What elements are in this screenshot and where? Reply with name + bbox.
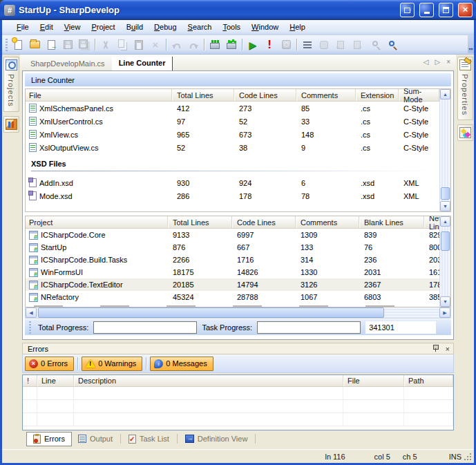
tab-task-list[interactable]: Task List: [123, 433, 175, 446]
column-header-comments[interactable]: Comments: [296, 216, 359, 228]
column-header-file[interactable]: File: [343, 375, 404, 386]
table-row[interactable]: ICSharpCode.Build.Tasks 2266 1716 314 23…: [26, 254, 439, 266]
table-row[interactable]: WinFormsUI 18175 14826 1330 2031 16144: [26, 266, 439, 278]
run-without-debugger-button[interactable]: [261, 37, 278, 53]
menu-file[interactable]: File: [11, 21, 35, 34]
build-button[interactable]: [207, 37, 223, 53]
column-header-code-lines[interactable]: Code Lines: [232, 216, 296, 228]
tab-close-icon[interactable]: ×: [446, 58, 450, 66]
tab-scroll-right-icon[interactable]: ▷: [435, 58, 440, 66]
table-row[interactable]: ICSharpCode.TextEditor 20185 14794 3126 …: [26, 278, 439, 291]
open-document-button[interactable]: [43, 37, 59, 53]
column-header-project[interactable]: Project: [26, 216, 168, 228]
sidebar-item-properties[interactable]: Properties: [457, 57, 473, 120]
run-button[interactable]: [245, 37, 261, 53]
scrollbar-thumb[interactable]: [38, 307, 384, 318]
table-row[interactable]: XmlUserControl.cs 97 52 33 .cs C-Style: [26, 115, 439, 128]
prev-bookmark-button[interactable]: [332, 37, 349, 53]
menu-tools[interactable]: Tools: [217, 21, 246, 34]
column-header-extension[interactable]: Extension: [356, 89, 399, 101]
build-all-button[interactable]: [223, 37, 240, 53]
delete-button[interactable]: [147, 37, 164, 53]
table-row[interactable]: AddIn.xsd 930 924 6 .xsd XML: [26, 176, 439, 189]
scroll-up-icon[interactable]: ▲: [440, 89, 450, 99]
scroll-right-icon[interactable]: ▶: [439, 307, 450, 318]
table-row[interactable]: StartUp 876 667 133 76 800: [26, 241, 439, 254]
column-header-line[interactable]: Line: [37, 375, 74, 386]
menu-debug[interactable]: Debug: [149, 21, 182, 34]
column-header-total-lines[interactable]: Total Lines: [168, 216, 232, 228]
maximize-button[interactable]: [439, 3, 453, 17]
warnings-filter-button[interactable]: 0 Warnings: [82, 357, 142, 371]
column-header-total-lines[interactable]: Total Lines: [172, 89, 234, 101]
copy-button[interactable]: [114, 37, 131, 53]
open-file-button[interactable]: [26, 37, 43, 53]
menu-window[interactable]: Window: [246, 21, 284, 34]
save-button[interactable]: [59, 37, 76, 53]
scroll-left-icon[interactable]: ◀: [26, 307, 37, 318]
table-row[interactable]: XmlView.cs 965 673 148 .cs C-Style: [26, 128, 439, 141]
messages-filter-button[interactable]: 0 Messages: [150, 357, 213, 371]
sidebar-item-toolbox[interactable]: [457, 124, 473, 141]
scroll-up-icon[interactable]: ▲: [440, 216, 450, 227]
tab-output[interactable]: Output: [73, 433, 118, 445]
panel-button[interactable]: [316, 37, 332, 53]
new-file-button[interactable]: [10, 37, 26, 53]
file-table-scrollbar[interactable]: ▲ ▼: [439, 89, 450, 211]
sidebar-item-tools[interactable]: [3, 116, 19, 133]
toggle-window-button[interactable]: [400, 3, 415, 17]
sidebar-item-projects[interactable]: Projects: [3, 57, 19, 112]
resize-grip[interactable]: [464, 453, 472, 461]
column-header-severity[interactable]: !: [23, 375, 37, 386]
info-icon: [154, 359, 163, 368]
tab-sharpdevelopmain[interactable]: SharpDevelopMain.cs: [23, 57, 112, 70]
close-icon[interactable]: ×: [446, 345, 450, 353]
menu-edit[interactable]: Edit: [35, 21, 59, 34]
stop-button[interactable]: [278, 37, 294, 53]
column-header-blank-lines[interactable]: Blank Lines: [359, 216, 424, 228]
tab-errors[interactable]: Errors: [26, 432, 72, 446]
horizontal-scrollbar[interactable]: ◀ ▶: [25, 307, 451, 319]
cut-button[interactable]: [97, 37, 114, 53]
column-header-file[interactable]: File: [26, 89, 172, 101]
output-list-button[interactable]: [299, 37, 316, 53]
pin-icon[interactable]: [432, 345, 439, 352]
column-header-comments[interactable]: Comments: [296, 89, 356, 101]
table-row[interactable]: Mode.xsd 286 178 78 .xsd XML: [26, 189, 439, 202]
table-row[interactable]: XmlSchemasPanel.cs 412 273 85 .cs C-Styl…: [26, 102, 439, 115]
menu-search[interactable]: Search: [182, 21, 218, 34]
toolbar-grip[interactable]: [6, 39, 8, 51]
column-header-sum-mode[interactable]: Sum-Mode: [399, 89, 439, 101]
column-header-path[interactable]: Path: [404, 375, 453, 386]
column-header-code-lines[interactable]: Code Lines: [234, 89, 296, 101]
column-header-description[interactable]: Description: [74, 375, 343, 386]
errors-filter-button[interactable]: 0 Errors: [25, 357, 74, 371]
menu-project[interactable]: Project: [86, 21, 120, 34]
search-files-button[interactable]: [365, 37, 382, 53]
menu-help[interactable]: Help: [284, 21, 311, 34]
tab-line-counter[interactable]: Line Counter: [112, 57, 173, 70]
toolbar-overflow-button[interactable]: ▾▾: [468, 35, 474, 53]
save-all-button[interactable]: [76, 37, 93, 53]
scroll-down-icon[interactable]: ▼: [440, 296, 450, 307]
scroll-down-icon[interactable]: ▼: [440, 201, 450, 211]
table-row[interactable]: ICSharpCode.Core 9133 6997 1309 839 8294: [26, 229, 439, 241]
close-button[interactable]: [458, 3, 473, 17]
title-bar[interactable]: StartUp - SharpDevelop: [0, 0, 476, 20]
tab-scroll-left-icon[interactable]: ◁: [423, 58, 429, 66]
next-bookmark-button[interactable]: [349, 37, 365, 53]
zoom-button[interactable]: [382, 37, 399, 53]
menu-build[interactable]: Build: [121, 21, 149, 34]
menu-view[interactable]: View: [59, 21, 86, 34]
undo-button[interactable]: [169, 37, 185, 53]
redo-button[interactable]: [185, 37, 202, 53]
scrollbar-thumb[interactable]: [441, 231, 450, 251]
table-row[interactable]: XslOutputView.cs 52 38 9 .cs C-Style: [26, 141, 439, 154]
project-table-scrollbar[interactable]: ▲ ▼: [439, 216, 450, 307]
paste-button[interactable]: [131, 37, 147, 53]
table-row[interactable]: NRefactory 45324 28788 1067 6803 38521: [26, 291, 439, 303]
minimize-button[interactable]: [419, 3, 434, 17]
errors-panel-caption[interactable]: Errors ×: [22, 343, 454, 354]
tab-definition-view[interactable]: Definition View: [180, 433, 254, 445]
scrollbar-thumb[interactable]: [441, 187, 450, 200]
